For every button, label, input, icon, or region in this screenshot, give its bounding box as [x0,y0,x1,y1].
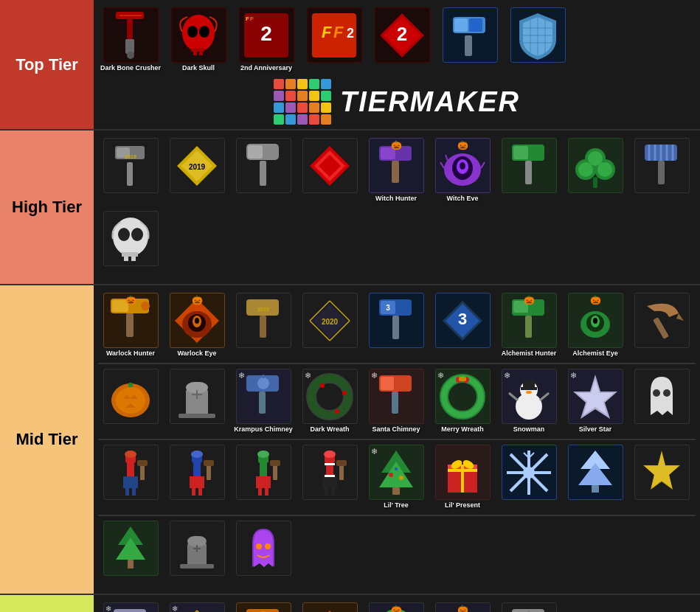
item-nutcracker-red[interactable] [98,442,163,513]
item-2019-hammer[interactable]: 2019 [98,135,163,206]
item-pumpkin-diamond[interactable] [297,599,362,612]
svg-rect-192 [392,487,400,495]
svg-rect-134 [392,392,398,414]
item-warlock-hunter[interactable]: 🎃 Warlock Hunter [98,290,163,361]
item-gravestone[interactable] [164,366,229,437]
mid-tier-content: 🎃 Warlock Hunter 🎃 [94,285,700,594]
item-purple-ghost[interactable] [231,518,296,589]
svg-point-147 [526,391,532,394]
item-blue-hammer-top[interactable] [437,4,502,76]
mid-tier-label: Mid Tier [0,285,94,594]
item-ice-tree[interactable] [563,442,628,513]
svg-rect-122 [179,414,215,418]
item-2021-hammer[interactable]: ❄ 2021 2021 [98,599,163,612]
svg-rect-184 [325,488,328,495]
item-label-witch-eye: Witch Eve [447,195,479,204]
svg-rect-113 [653,317,669,339]
item-santa-nutcracker[interactable] [297,442,362,513]
item-nuclear-hammer[interactable] [496,599,561,612]
svg-point-131 [320,383,325,388]
item-gold-star-8pt[interactable] [629,442,694,513]
item-alchemist-eye[interactable]: 🎃 Alchemist Eye [563,290,628,361]
item-dark-skull[interactable]: Dark Skull [166,4,231,76]
item-label-lil-present: Lil' Present [445,501,480,510]
tiermaker-title: TiERMAKER [340,86,520,118]
svg-rect-171 [204,460,214,466]
svg-point-130 [311,378,348,415]
item-silver-star[interactable]: ❄ Silver Star [563,366,628,437]
svg-rect-160 [125,488,129,495]
top-tier-label: Top Tier [0,0,94,129]
item-dark-bone-crusher[interactable]: Dark Bone Crusher [98,4,163,76]
svg-point-193 [389,473,393,477]
item-3-blue-diamond[interactable]: 3 [430,290,495,361]
item-pine-tree[interactable] [98,518,163,589]
item-alchemist-hunter[interactable]: 🎃 Alchemist Hunter [496,290,561,361]
item-grey-hammer[interactable] [231,135,296,206]
item-lil-tree[interactable]: ❄ Lil' Tree [364,442,429,513]
svg-rect-88 [260,316,266,338]
item-ff2[interactable]: F F 2 [302,4,367,76]
svg-rect-22 [465,35,472,56]
svg-rect-169 [198,488,202,495]
item-dark-wreath[interactable]: ❄ Dark Wreath [297,366,362,437]
svg-point-65 [597,162,612,177]
svg-point-82 [141,302,150,310]
svg-text:F: F [322,23,332,41]
item-pumpkin[interactable] [98,366,163,437]
svg-rect-98 [392,316,399,339]
svg-rect-175 [256,476,271,488]
svg-rect-189 [325,475,335,477]
svg-rect-66 [658,161,665,184]
svg-line-54 [446,155,448,161]
mid-tier-row: Mid Tier 🎃 Warlock Hunter [0,285,700,595]
item-spooky-candy[interactable]: 🎃 Spooky Candy [430,599,495,612]
item-spooky-brew[interactable]: 🎃 🧪 Spooky Brew [364,599,429,612]
item-2020-diamond[interactable]: 2020 [297,290,362,361]
low-tier-label: Low tier [0,595,94,612]
svg-point-6 [187,26,198,38]
item-red-diamond[interactable] [297,135,362,206]
item-gravestone2[interactable] [164,518,229,589]
item-santa-chimney[interactable]: ❄ Santa Chimney [364,366,429,437]
svg-rect-170 [207,465,211,480]
svg-marker-215 [116,538,145,560]
svg-text:2019: 2019 [125,154,136,159]
item-green-hammer[interactable] [496,135,561,206]
item-ice-snowflake[interactable] [496,442,561,513]
svg-rect-166 [193,463,201,476]
item-witch-hunter[interactable]: 🎃 Witch Hunter [364,135,429,206]
item-2019-diamond[interactable]: 2019 [164,135,229,206]
svg-rect-188 [325,463,335,465]
item-nutcracker-blue[interactable] [164,442,229,513]
item-shield-top[interactable] [505,4,570,76]
item-warlock-eye[interactable]: 🎃 Warlock Eye [164,290,229,361]
svg-point-194 [399,476,403,480]
item-snowman[interactable]: ❄ Snowman [496,366,561,437]
item-red-2-diamond[interactable]: 2 [370,4,434,76]
item-merry-wreath[interactable]: ❄ Merry Wreath [430,366,495,437]
item-clover[interactable] [563,135,628,206]
item-white-skull[interactable] [98,208,163,279]
svg-point-5 [182,15,215,52]
item-pumpkin-hammer[interactable] [231,599,296,612]
svg-rect-178 [273,465,277,480]
item-ghost[interactable] [629,366,694,437]
svg-rect-32 [127,162,133,186]
svg-rect-151 [521,387,537,390]
svg-text:F: F [250,15,254,22]
item-2020-hammer[interactable]: 2020 [231,290,296,361]
item-2nd-anniversary[interactable]: 2 F F 2nd Anniversary [234,4,299,76]
svg-rect-218 [187,536,207,546]
item-lil-present[interactable]: Lil' Present [430,442,495,513]
item-blue-hammer-3[interactable]: 3 [364,290,429,361]
item-label-merry-wreath: Merry Wreath [441,425,483,434]
item-nutcracker-green[interactable] [231,442,296,513]
item-striped-hammer[interactable] [629,135,694,206]
item-krampus-chimney[interactable]: ❄ Krampus Chimney [231,366,296,437]
item-2021-diamond[interactable]: ❄ 2021 2021 [164,599,229,612]
item-brown-pickaxe[interactable] [629,290,694,361]
item-label-warlock-hunter: Warlock Hunter [106,350,155,358]
item-witch-eye[interactable]: 🎃 Witch Eve [430,135,495,206]
svg-point-75 [131,228,143,241]
